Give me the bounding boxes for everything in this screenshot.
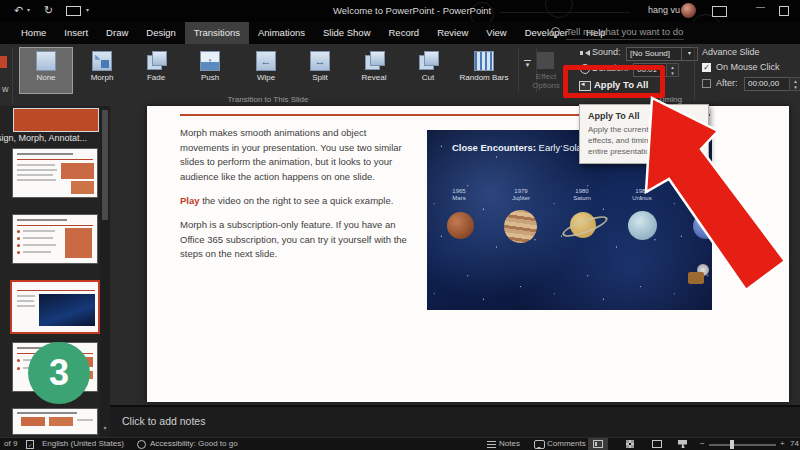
tab-draw[interactable]: Draw	[97, 22, 137, 44]
slide-sorter-view-icon[interactable]	[626, 440, 634, 448]
after-spinner[interactable]: ▴ ▾	[789, 77, 800, 91]
thumbnail-scrollbar[interactable]: ▾	[100, 106, 110, 437]
step-number-badge: 3	[28, 342, 90, 404]
start-slideshow-icon[interactable]	[66, 6, 81, 16]
slide-paragraph-2[interactable]: Play the video on the right to see a qui…	[180, 194, 420, 209]
sound-select[interactable]: [No Sound]	[626, 47, 686, 61]
notes-placeholder[interactable]: Click to add notes	[122, 415, 205, 427]
account-name[interactable]: hang vu	[648, 5, 680, 15]
tooltip-line-3: entire presentation	[588, 146, 654, 157]
notes-toggle[interactable]: Notes	[499, 438, 520, 450]
avatar[interactable]	[681, 3, 696, 18]
planet-mars	[447, 212, 474, 239]
tab-view[interactable]: View	[477, 22, 515, 44]
spinner-down-icon[interactable]: ▾	[790, 84, 800, 90]
sound-label: Sound:	[592, 47, 621, 57]
planet-label-mars: 1965Mars	[443, 188, 475, 202]
tab-animations[interactable]: Animations	[249, 22, 314, 44]
quick-access-dropdown-icon[interactable]: ▾	[86, 6, 89, 13]
slide-thumbnail[interactable]	[12, 148, 98, 198]
slide-thumbnail[interactable]	[12, 214, 98, 264]
tell-me-input[interactable]: Tell me what you want to do	[566, 26, 684, 40]
accessibility-status[interactable]: Accessibility: Good to go	[150, 438, 238, 450]
transition-random-bars-icon	[474, 51, 494, 71]
effect-options-button[interactable]: Effect Options	[524, 48, 568, 100]
tab-transitions[interactable]: Transitions	[185, 22, 249, 44]
planet-uranus	[628, 211, 657, 240]
circuit-decoration	[500, 12, 630, 13]
slide-thumbnail-panel: sign, Morph, Annotat...	[0, 106, 110, 437]
group-separator	[694, 47, 695, 100]
slideshow-view-icon[interactable]	[678, 440, 687, 448]
transition-cut-icon	[418, 51, 438, 71]
section-header[interactable]: sign, Morph, Annotat...	[0, 133, 87, 143]
tab-home[interactable]: Home	[12, 22, 55, 44]
notes-pane[interactable]: Click to add notes	[110, 405, 800, 439]
ribbon-separator	[12, 47, 13, 103]
proofing-icon[interactable]: ✓	[26, 440, 34, 449]
slide-paragraph-1[interactable]: Morph makes smooth animations and object…	[180, 126, 412, 184]
scrollbar-thumb[interactable]	[102, 110, 108, 220]
on-mouse-click-label: On Mouse Click	[716, 62, 780, 72]
spinner-down-icon[interactable]: ▾	[667, 70, 678, 76]
minimize-button[interactable]: —	[756, 2, 765, 12]
transition-split-icon	[310, 51, 330, 71]
comments-toggle[interactable]: Comments	[547, 438, 586, 450]
tab-review[interactable]: Review	[428, 22, 477, 44]
powerpoint-window: ↶ ▾ ↻ ▾ Welcome to PowerPoint - PowerPoi…	[0, 0, 800, 450]
zoom-slider-handle[interactable]	[730, 440, 734, 449]
on-mouse-click-checkbox[interactable]: ✓	[702, 63, 711, 72]
slide-thumbnail-partial[interactable]	[12, 408, 98, 435]
tell-me-lightbulb-icon	[551, 27, 560, 36]
transition-reveal-icon	[364, 51, 384, 71]
tooltip-line-2: effects, and timing	[588, 135, 653, 146]
transition-morph[interactable]: Morph	[76, 48, 128, 93]
notes-toggle-icon	[487, 441, 496, 448]
transition-fade[interactable]: Fade	[130, 48, 182, 93]
after-checkbox[interactable]	[702, 79, 711, 88]
reading-view-icon[interactable]	[652, 440, 662, 448]
language-indicator[interactable]: English (United States)	[42, 438, 124, 450]
play-word: Play	[180, 195, 200, 206]
title-bar: ↶ ▾ ↻ ▾ Welcome to PowerPoint - PowerPoi…	[0, 0, 800, 22]
zoom-out-button[interactable]: −	[700, 438, 705, 450]
transition-fade-icon	[146, 51, 166, 71]
status-bar: of 9 ✓ English (United States) Accessibi…	[0, 437, 800, 450]
slide-thumbnail-current[interactable]	[10, 280, 100, 334]
spacecraft-body	[688, 272, 704, 284]
transition-reveal[interactable]: Reveal	[348, 48, 400, 93]
duration-spinner[interactable]: ▴ ▾	[666, 63, 679, 77]
tab-insert[interactable]: Insert	[55, 22, 97, 44]
preview-button-fragment[interactable]: w	[0, 44, 12, 105]
transition-random-bars[interactable]: Random Bars	[452, 48, 516, 93]
undo-dropdown-icon[interactable]: ▾	[27, 6, 30, 13]
ribbon-display-options-icon[interactable]	[712, 6, 727, 17]
tab-design[interactable]: Design	[137, 22, 185, 44]
zoom-level[interactable]: 74	[790, 438, 799, 450]
redo-icon[interactable]: ↻	[44, 3, 53, 17]
thumbnail-partial-top[interactable]	[13, 108, 99, 132]
transition-none[interactable]: None	[20, 48, 72, 93]
tooltip-line-1: Apply the current sln.	[588, 124, 700, 135]
after-label: After:	[716, 78, 738, 88]
restore-button[interactable]	[779, 6, 789, 16]
view-normal-button[interactable]	[588, 438, 608, 450]
tab-record[interactable]: Record	[380, 22, 429, 44]
zoom-in-button[interactable]: +	[780, 438, 785, 450]
ribbon-tab-bar: Home Insert Draw Design Transitions Anim…	[0, 22, 800, 44]
undo-icon[interactable]: ↶	[14, 3, 23, 17]
slide-paragraph-3[interactable]: Morph is a subscription-only feature. If…	[180, 218, 420, 262]
after-input[interactable]: 00:00,00	[744, 77, 794, 91]
transition-wipe[interactable]: Wipe	[240, 48, 292, 93]
accessibility-icon	[137, 440, 146, 449]
comments-icon	[534, 440, 545, 449]
tab-slide-show[interactable]: Slide Show	[314, 22, 380, 44]
transition-cut[interactable]: Cut	[402, 48, 454, 93]
sound-dropdown-icon[interactable]: ▾	[681, 47, 698, 61]
zoom-slider-track[interactable]	[709, 444, 776, 446]
planet-label-uranus: 1986Uranus	[625, 188, 659, 202]
transition-split[interactable]: Split	[294, 48, 346, 93]
scroll-down-icon[interactable]: ▾	[100, 424, 110, 431]
sound-icon	[582, 50, 590, 56]
transition-push[interactable]: Push	[184, 48, 236, 93]
